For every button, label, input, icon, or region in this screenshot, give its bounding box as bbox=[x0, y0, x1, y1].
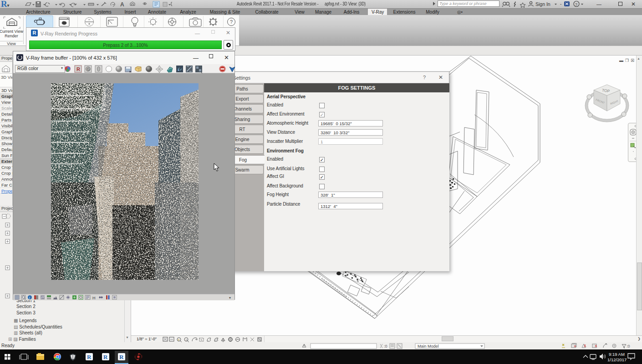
svg-text:-: - bbox=[560, 1, 561, 6]
svg-text:H: H bbox=[92, 296, 96, 300]
svg-text:1/12/2017: 1/12/2017 bbox=[607, 357, 627, 362]
svg-text:R: R bbox=[119, 354, 124, 360]
svg-text:9:19 AM: 9:19 AM bbox=[609, 352, 625, 357]
svg-text:G: G bbox=[87, 67, 90, 71]
svg-text:x: x bbox=[178, 338, 180, 341]
svg-text:R: R bbox=[76, 66, 80, 72]
svg-text:Sign In: Sign In bbox=[535, 1, 550, 7]
svg-text:Main Model: Main Model bbox=[418, 344, 439, 349]
svg-text:?: ? bbox=[575, 2, 577, 7]
svg-text:☼: ☼ bbox=[185, 338, 188, 341]
svg-text:?: ? bbox=[230, 19, 233, 25]
svg-text::0: :0 bbox=[384, 344, 387, 349]
svg-text:▾: ▾ bbox=[229, 296, 231, 300]
svg-text::0: :0 bbox=[627, 344, 630, 349]
svg-text:A: A bbox=[120, 1, 124, 8]
svg-text:R: R bbox=[87, 354, 92, 360]
svg-text:R: R bbox=[103, 354, 108, 360]
svg-text:TOP: TOP bbox=[602, 88, 611, 93]
